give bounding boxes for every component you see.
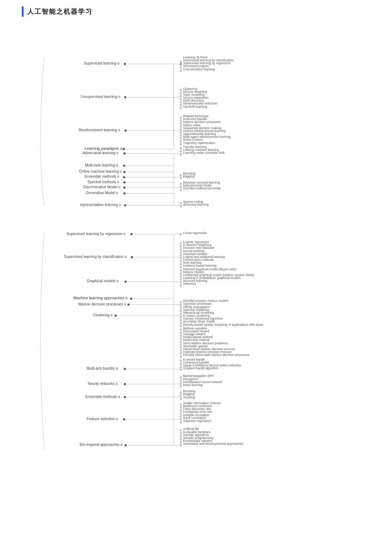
svg-point-57: [180, 150, 182, 152]
svg-point-245: [180, 435, 182, 437]
sup-cls-label: Supervised learning by classification o: [64, 255, 127, 259]
svg-point-249: [180, 442, 182, 443]
svg-point-113: [180, 249, 182, 250]
svg-text:Gradient bandit algorithm: Gradient bandit algorithm: [183, 366, 218, 370]
svg-point-83: [180, 189, 182, 191]
svg-point-150: [180, 307, 182, 309]
svg-point-24: [180, 104, 182, 106]
svg-point-158: [180, 319, 182, 321]
svg-point-231: [180, 415, 182, 417]
svg-point-6: [180, 67, 182, 69]
svg-point-215: [180, 395, 182, 397]
svg-point-207: [180, 385, 182, 387]
graphical-label: Graphical models o: [87, 279, 119, 283]
adv-label: Adversarial learning o: [82, 151, 118, 155]
svg-point-195: [180, 369, 182, 371]
svg-point-119: [180, 257, 182, 259]
svg-point-138: [180, 282, 182, 283]
mindmap-svg: Learning paradigms o Supervised learning…: [15, 24, 377, 550]
svg-point-20: [180, 98, 182, 100]
mab-label: Multi-arm bandits o: [87, 366, 118, 370]
svg-text:Trajectory Optimization: Trajectory Optimization: [183, 141, 215, 145]
svg-text:manifold learning: manifold learning: [183, 105, 207, 108]
svg-point-14: [180, 89, 182, 91]
svg-point-160: [180, 322, 182, 324]
svg-point-125: [180, 266, 182, 268]
svg-point-8: [180, 70, 182, 71]
svg-point-36: [180, 123, 182, 124]
left-bracket-1: [40, 57, 44, 205]
ensemble1-label: Ensemble methods o: [85, 175, 119, 178]
svg-point-223: [180, 403, 182, 405]
header-bar-decoration: [22, 7, 24, 17]
page-title: 人工智能之机器学习: [27, 7, 93, 16]
svg-point-121: [180, 260, 182, 262]
svg-point-183: [180, 356, 182, 357]
svg-point-93: [180, 205, 182, 207]
svg-point-59: [180, 153, 182, 155]
nn-label: Neural networks o: [88, 382, 118, 386]
svg-text:Stepwise regression: Stepwise regression: [183, 419, 211, 423]
svg-point-243: [180, 432, 182, 434]
svg-point-44: [180, 135, 182, 136]
svg-point-71: [180, 177, 182, 179]
svg-text:Density-based spatial clusteri: Density-based spatial clustering of appl…: [183, 323, 263, 327]
bio-label: Bio-inspired approaches o: [80, 443, 123, 447]
svg-point-130: [180, 270, 182, 271]
svg-point-154: [180, 313, 182, 315]
unsup-label: Unsupervised learning o: [81, 95, 121, 99]
svg-point-191: [180, 363, 182, 365]
multitask-label: Multi-task learning o: [85, 163, 118, 167]
svg-point-235: [180, 421, 182, 423]
svg-point-40: [180, 128, 182, 130]
svg-point-2: [180, 61, 182, 63]
svg-point-217: [180, 398, 182, 399]
svg-point-32: [180, 117, 182, 119]
svg-text:Learning under covariate shift: Learning under covariate shift: [183, 151, 225, 155]
svg-point-146: [180, 301, 182, 303]
svg-text:Partially-observable Markov de: Partially-observable Markov decision pro…: [183, 353, 249, 357]
svg-text:Deep learning: Deep learning: [183, 383, 203, 387]
svg-point-109: [180, 243, 182, 245]
svg-point-46: [180, 138, 182, 139]
svg-point-111: [180, 246, 182, 247]
sup-reg-label: Supervised learning by regression o: [66, 232, 126, 236]
root2-label: Machine learning approaches o: [73, 296, 127, 300]
svg-point-123: [180, 263, 182, 265]
svg-point-81: [180, 186, 182, 188]
svg-point-18: [180, 95, 182, 97]
clustering2-label: Clustering o: [93, 313, 113, 317]
svg-text:Inference: Inference: [183, 282, 196, 286]
svg-point-229: [180, 413, 182, 414]
svg-point-171: [180, 338, 182, 340]
root1-label: Learning paradigms o: [85, 146, 122, 151]
page-header: 人工智能之机器学习: [0, 0, 392, 20]
svg-point-177: [180, 346, 182, 348]
svg-point-152: [180, 310, 182, 312]
svg-point-91: [180, 202, 182, 204]
disc-label: Discriminative Model o: [83, 185, 121, 189]
svg-point-140: [180, 284, 182, 286]
svg-point-34: [180, 120, 182, 122]
svg-point-225: [180, 407, 182, 409]
svg-point-247: [180, 438, 182, 440]
svg-point-136: [180, 279, 182, 280]
svg-point-69: [180, 174, 182, 176]
svg-point-175: [180, 344, 182, 345]
svg-point-79: [180, 183, 182, 185]
svg-text:Stacking: Stacking: [183, 395, 195, 399]
reinf-label: Reinforcement learning o: [79, 128, 120, 132]
svg-point-117: [180, 254, 182, 256]
svg-point-169: [180, 335, 182, 337]
svg-point-134: [180, 275, 182, 277]
svg-point-227: [180, 410, 182, 411]
svg-text:Cost-sensitive learning: Cost-sensitive learning: [183, 67, 215, 71]
svg-point-26: [180, 107, 182, 109]
svg-point-55: [180, 147, 182, 149]
svg-point-167: [180, 332, 182, 333]
svg-point-38: [180, 126, 182, 127]
repr-label: representation learning o: [80, 203, 121, 207]
svg-point-156: [180, 316, 182, 318]
main-content: Learning paradigms o Supervised learning…: [0, 20, 392, 554]
left-bracket-2: [40, 231, 44, 450]
